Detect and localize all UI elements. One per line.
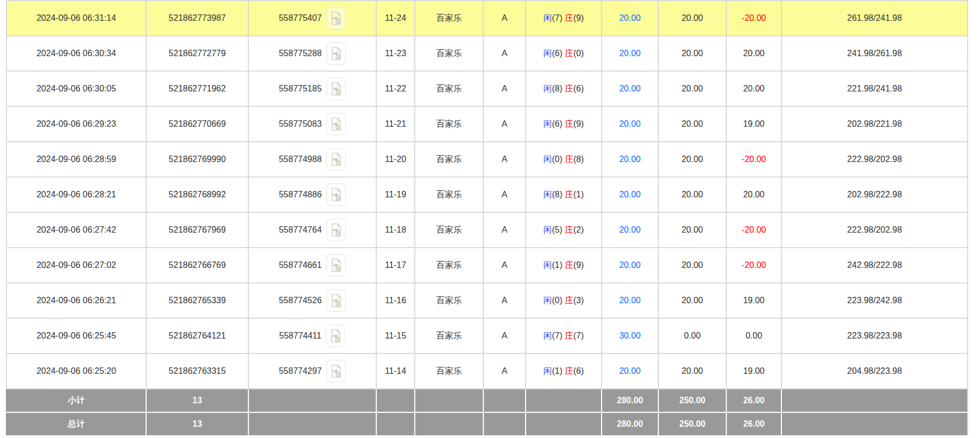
- total-empty-cell: [526, 412, 602, 436]
- cell-balance: 241.98/261.98: [781, 36, 968, 71]
- round-no-text: 558775083: [279, 119, 322, 129]
- bet-record-row[interactable]: 2024-09-06 06:26:21521862765339558774526…: [6, 283, 968, 318]
- cell-bet-amount: 30.00: [602, 318, 658, 354]
- total-bet-total: 280.00: [602, 412, 658, 436]
- round-no-text: 558775288: [279, 49, 322, 58]
- subtotal-empty-cell: [415, 389, 483, 412]
- cell-round-label: 11-19: [376, 177, 415, 212]
- cell-order-no: 521862771962: [146, 71, 248, 106]
- video-replay-button[interactable]: [326, 360, 346, 382]
- cell-valid-bet: 20.00: [658, 1, 726, 36]
- cell-result: 闲(0) 庄(8): [526, 142, 602, 177]
- video-replay-button[interactable]: [326, 42, 346, 65]
- video-replay-button[interactable]: [326, 7, 346, 29]
- cell-order-no: 521862773987: [146, 1, 248, 36]
- player-result-label: 闲: [543, 260, 552, 270]
- banker-result-label: 庄: [565, 225, 573, 234]
- cell-win-loss: -20.00: [726, 142, 781, 177]
- cell-result: 闲(5) 庄(2): [526, 212, 602, 248]
- player-result-label: 闲: [543, 84, 552, 93]
- cell-order-no: 521862769990: [146, 142, 248, 177]
- player-result-label: 闲: [543, 225, 552, 234]
- bet-record-row[interactable]: 2024-09-06 06:25:20521862763315558774297…: [6, 354, 968, 389]
- total-label: 总计: [6, 412, 146, 436]
- banker-result-label: 庄: [565, 49, 573, 58]
- video-replay-button[interactable]: [326, 219, 346, 241]
- round-no-group: 558774988: [251, 148, 374, 171]
- subtotal-bet-total: 280.00: [602, 389, 658, 412]
- total-empty-cell: [376, 412, 415, 436]
- cell-game-name: 百家乐: [415, 318, 483, 354]
- cell-round-label: 11-14: [376, 354, 415, 389]
- round-no-text: 558774526: [279, 296, 322, 305]
- player-result-label: 闲: [543, 49, 552, 58]
- player-result-score: (1): [552, 366, 563, 375]
- cell-valid-bet: 20.00: [658, 248, 726, 283]
- video-replay-button[interactable]: [326, 78, 346, 100]
- banker-result-score: (9): [573, 119, 584, 128]
- cell-result: 闲(1) 庄(6): [526, 354, 602, 389]
- bet-record-row[interactable]: 2024-09-06 06:31:14521862773987558775407…: [6, 1, 968, 36]
- video-replay-button[interactable]: [326, 289, 346, 312]
- video-replay-button[interactable]: [326, 325, 345, 347]
- cell-balance: 261.98/241.98: [781, 1, 968, 36]
- player-result-score: (8): [552, 84, 563, 93]
- subtotal-empty-cell: [483, 389, 526, 412]
- cell-valid-bet: 20.00: [658, 36, 726, 71]
- video-replay-button[interactable]: [326, 254, 346, 276]
- bet-record-row[interactable]: 2024-09-06 06:30:34521862772779558775288…: [6, 36, 968, 71]
- cell-time: 2024-09-06 06:25:45: [6, 318, 146, 354]
- bet-record-row[interactable]: 2024-09-06 06:28:21521862768992558774886…: [6, 177, 968, 212]
- cell-table-name: A: [483, 248, 526, 283]
- banker-result-label: 庄: [565, 13, 573, 22]
- cell-round-no: 558774886: [248, 177, 376, 212]
- bet-record-row[interactable]: 2024-09-06 06:25:45521862764121558774411…: [6, 318, 968, 354]
- bet-record-row[interactable]: 2024-09-06 06:27:42521862767969558774764…: [6, 212, 968, 248]
- cell-time: 2024-09-06 06:28:59: [6, 142, 146, 177]
- cell-order-no: 521862767969: [146, 212, 248, 248]
- video-file-icon: [330, 329, 341, 343]
- round-no-group: 558775288: [251, 42, 374, 65]
- round-no-text: 558774764: [279, 225, 322, 235]
- cell-bet-amount: 20.00: [602, 36, 658, 71]
- cell-time: 2024-09-06 06:26:21: [6, 283, 146, 318]
- banker-result-score: (7): [573, 331, 584, 340]
- cell-win-loss: -20.00: [726, 1, 781, 36]
- subtotal-valid-total: 250.00: [658, 389, 726, 412]
- banker-result-label: 庄: [565, 190, 573, 199]
- cell-game-name: 百家乐: [415, 354, 483, 389]
- cell-round-label: 11-23: [376, 36, 415, 71]
- banker-result-label: 庄: [565, 260, 573, 270]
- round-no-group: 558774526: [251, 289, 374, 312]
- cell-game-name: 百家乐: [415, 1, 483, 36]
- cell-win-loss: 19.00: [726, 106, 781, 142]
- cell-table-name: A: [483, 36, 526, 71]
- subtotal-count: 13: [146, 389, 248, 412]
- cell-balance: 242.98/222.98: [781, 248, 968, 283]
- banker-result-score: (8): [573, 155, 584, 164]
- video-replay-button[interactable]: [326, 113, 346, 135]
- cell-round-label: 11-18: [376, 212, 415, 248]
- round-no-group: 558774764: [251, 219, 374, 241]
- cell-balance: 222.98/202.98: [781, 142, 968, 177]
- video-file-icon: [330, 11, 342, 25]
- cell-time: 2024-09-06 06:28:21: [6, 177, 146, 212]
- bet-record-row[interactable]: 2024-09-06 06:28:59521862769990558774988…: [6, 142, 968, 177]
- round-no-group: 558774886: [251, 183, 374, 206]
- bet-record-row[interactable]: 2024-09-06 06:29:23521862770669558775083…: [6, 106, 968, 142]
- cell-round-label: 11-22: [376, 71, 415, 106]
- bet-record-row[interactable]: 2024-09-06 06:30:05521862771962558775185…: [6, 71, 968, 106]
- cell-table-name: A: [483, 1, 526, 36]
- video-replay-button[interactable]: [326, 148, 346, 171]
- round-no-group: 558774661: [251, 254, 374, 276]
- cell-valid-bet: 20.00: [658, 142, 726, 177]
- cell-win-loss: 19.00: [726, 354, 781, 389]
- cell-order-no: 521862768992: [146, 177, 248, 212]
- cell-round-label: 11-24: [376, 1, 415, 36]
- player-result-label: 闲: [543, 366, 552, 375]
- cell-game-name: 百家乐: [415, 283, 483, 318]
- cell-result: 闲(8) 庄(1): [526, 177, 602, 212]
- video-replay-button[interactable]: [326, 183, 346, 206]
- cell-game-name: 百家乐: [415, 106, 483, 142]
- bet-record-row[interactable]: 2024-09-06 06:27:02521862766769558774661…: [6, 248, 968, 283]
